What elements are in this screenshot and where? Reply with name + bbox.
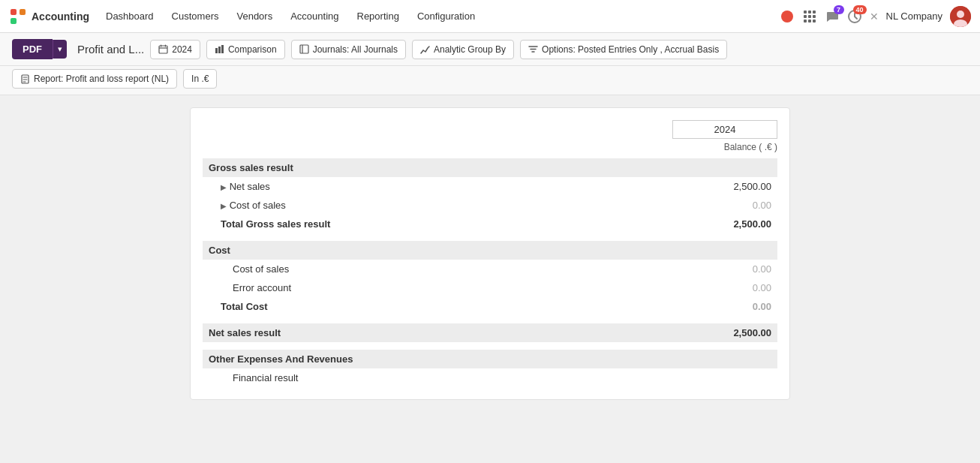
nav-dashboard[interactable]: Dashboard [98,6,161,26]
svg-rect-12 [813,20,816,23]
expand-chevron[interactable]: ▶ [221,202,227,210]
svg-rect-20 [215,48,218,53]
top-nav-right: 7 40 ✕ NL Company [780,6,971,27]
svg-point-3 [781,11,793,23]
analytic-filter-button[interactable]: Analytic Group By [412,40,514,59]
close-icon[interactable]: ✕ [870,11,879,23]
svg-rect-19 [165,45,166,47]
svg-rect-6 [813,11,816,14]
financial-result-label: Financial result [203,368,621,387]
nav-customers[interactable]: Customers [164,6,227,26]
toolbar-row1: PDF ▾ Profit and L... 2024 Comparison Jo… [0,33,980,66]
other-expenses-header: Other Expenses And Revenues [203,350,777,368]
total-gross-sales-row: Total Gross sales result 2,500.00 [203,215,777,233]
nav-reporting[interactable]: Reporting [350,6,407,26]
nav-accounting[interactable]: Accounting [283,6,346,26]
total-cost-amount: 0.00 [621,297,777,316]
pdf-button[interactable]: PDF [12,39,53,59]
activities-count: 40 [853,5,867,14]
grid-dots-icon [802,9,817,24]
report-doc-icon [20,74,30,84]
svg-rect-0 [11,9,17,15]
total-gross-sales-label: Total Gross sales result [203,215,621,233]
filter-icon [528,44,538,54]
error-account-amount: 0.00 [621,278,777,297]
journals-filter-button[interactable]: Journals: All Journals [291,40,406,59]
expand-chevron[interactable]: ▶ [221,183,227,191]
report-filter-button[interactable]: Report: Profit and loss report (NL) [12,69,177,89]
svg-rect-11 [808,20,811,23]
svg-rect-10 [804,20,807,23]
odoo-logo-icon [9,8,27,26]
red-circle-icon [780,9,795,24]
section-cost: Cost [203,241,777,260]
table-row[interactable]: Cost of sales 0.00 [203,260,777,278]
net-sales-result-header: Net sales result [203,323,621,342]
net-sales-amount: 2,500.00 [621,177,777,196]
analytic-icon [420,44,430,54]
spacer [203,233,777,241]
grid-icon[interactable] [802,9,817,24]
svg-rect-2 [11,18,17,24]
messages-badge-wrap[interactable]: 7 [825,9,840,24]
total-cost-label: Total Cost [203,297,621,316]
comparison-filter-button[interactable]: Comparison [206,40,285,59]
svg-rect-18 [161,45,161,47]
pdf-group: PDF ▾ [12,39,67,59]
svg-rect-22 [221,45,224,53]
pdf-dropdown-button[interactable]: ▾ [53,40,67,59]
report-card: 2024 Balance ( .€ ) Gross sales result ▶… [190,107,790,400]
cost-header: Cost [203,241,777,260]
app-logo[interactable]: Accounting [9,8,89,26]
cost-of-sales-label: ▶ Cost of sales [203,196,621,215]
nav-configuration[interactable]: Configuration [410,6,482,26]
toolbar-row2: Report: Profit and loss report (NL) In .… [0,66,980,95]
table-row[interactable]: ▶ Net sales 2,500.00 [203,177,777,196]
table-row[interactable]: Error account 0.00 [203,278,777,297]
brand-label: Accounting [32,11,89,23]
notification-circle[interactable] [780,9,795,24]
spacer [203,316,777,323]
book-icon [299,44,309,54]
net-sales-result-amount: 2,500.00 [621,323,777,342]
report-year-header: 2024 [203,120,777,139]
error-account-label: Error account [203,278,621,297]
avatar-icon [950,6,971,27]
svg-rect-7 [804,15,807,18]
activities-badge-wrap[interactable]: 40 [847,9,862,24]
avatar[interactable] [950,6,971,27]
currency-filter-button[interactable]: In .€ [183,69,217,89]
net-sales-label: ▶ Net sales [203,177,621,196]
financial-result-amount [621,368,777,387]
svg-point-15 [957,11,964,18]
messages-count: 7 [834,5,844,14]
cost-of-sales-amount: 0.00 [621,196,777,215]
year-cell: 2024 [672,120,777,139]
svg-rect-17 [159,46,167,53]
svg-rect-1 [20,9,26,15]
balance-header-label: Balance ( .€ ) [203,142,777,152]
top-navigation: Accounting Dashboard Customers Vendors A… [0,0,980,33]
content-area: 2024 Balance ( .€ ) Gross sales result ▶… [0,95,980,459]
section-other-expenses: Other Expenses And Revenues [203,350,777,368]
net-sales-result-row: Net sales result 2,500.00 [203,323,777,342]
spacer [203,342,777,350]
company-name[interactable]: NL Company [886,11,942,22]
total-cost-row: Total Cost 0.00 [203,297,777,316]
cost-of-sales2-label: Cost of sales [203,260,621,278]
svg-rect-4 [804,11,807,14]
year-filter-button[interactable]: 2024 [150,40,200,59]
svg-rect-8 [808,15,811,18]
svg-rect-9 [813,15,816,18]
options-filter-button[interactable]: Options: Posted Entries Only , Accrual B… [520,40,727,59]
chart-bar-icon [215,44,224,54]
report-title: Profit and L... [77,43,144,56]
table-row[interactable]: ▶ Cost of sales 0.00 [203,196,777,215]
svg-rect-21 [218,47,221,53]
table-row[interactable]: Financial result [203,368,777,387]
cost-of-sales2-amount: 0.00 [621,260,777,278]
gross-sales-table: Gross sales result ▶ Net sales 2,500.00 … [203,158,777,387]
gross-sales-header: Gross sales result [203,158,777,177]
calendar-icon [158,44,168,54]
nav-vendors[interactable]: Vendors [229,6,280,26]
